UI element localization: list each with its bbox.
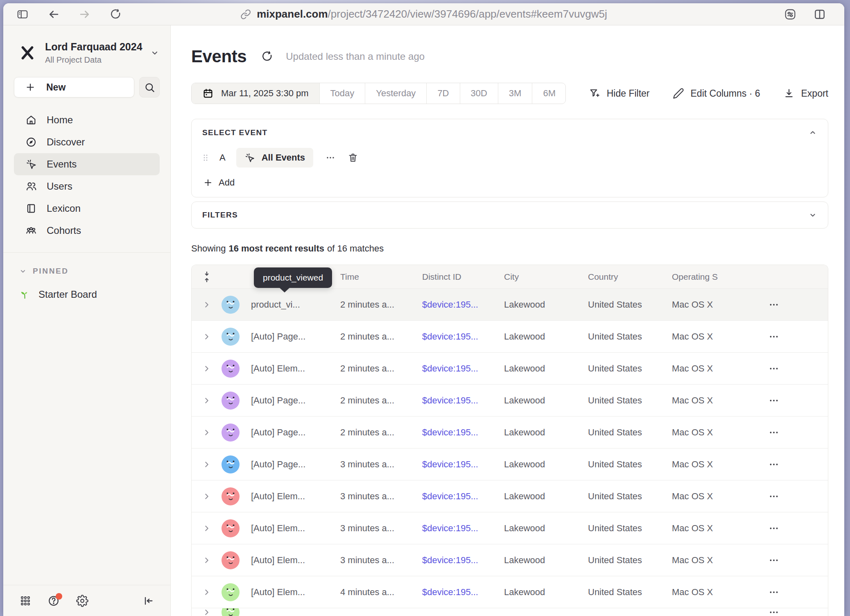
more-options-icon[interactable]: [324, 153, 337, 163]
split-view-icon[interactable]: [813, 8, 826, 21]
cell-event-name[interactable]: [Auto] Page...: [251, 395, 340, 406]
column-header-distinct-id[interactable]: Distinct ID: [422, 272, 504, 282]
hide-filter-button[interactable]: Hide Filter: [589, 88, 650, 99]
expand-row-icon[interactable]: [192, 332, 222, 341]
sidebar-item-users[interactable]: Users: [14, 175, 160, 197]
add-event-button[interactable]: Add: [203, 177, 235, 188]
reload-icon[interactable]: [110, 8, 122, 20]
refresh-icon[interactable]: [261, 50, 274, 63]
table-row[interactable]: [Auto] Elem... 4 minutes a... $device:19…: [192, 576, 828, 608]
cell-event-name[interactable]: product_vi...: [251, 299, 340, 310]
period-3m[interactable]: 3M: [498, 83, 532, 104]
gear-icon[interactable]: [76, 595, 88, 607]
event-selector-chip[interactable]: All Events: [236, 148, 313, 168]
row-menu-icon[interactable]: [769, 555, 779, 566]
cell-event-name[interactable]: [Auto] Page...: [251, 459, 340, 470]
cell-event-name[interactable]: [Auto] Page...: [251, 427, 340, 438]
table-row[interactable]: [Auto] Elem... 2 minutes a... $device:19…: [192, 352, 828, 384]
expand-row-icon[interactable]: [192, 460, 222, 469]
sidebar-item-lexicon[interactable]: Lexicon: [14, 197, 160, 220]
period-30d[interactable]: 30D: [460, 83, 498, 104]
cell-distinct-id[interactable]: $device:195...: [422, 299, 504, 310]
collapse-sidebar-icon[interactable]: [142, 595, 154, 607]
expand-row-icon[interactable]: [192, 364, 222, 373]
row-menu-icon[interactable]: [769, 427, 779, 438]
cell-event-name[interactable]: [Auto] Elem...: [251, 587, 340, 598]
row-menu-icon[interactable]: [769, 587, 779, 598]
row-menu-icon[interactable]: [769, 363, 779, 374]
row-menu-icon[interactable]: [769, 523, 779, 534]
table-row[interactable]: [Auto] Page... 3 minutes a... $device:19…: [192, 448, 828, 480]
export-button[interactable]: Export: [783, 88, 828, 99]
search-button[interactable]: [139, 77, 160, 97]
page-settings-icon[interactable]: [784, 8, 797, 21]
sidebar-item-home[interactable]: Home: [14, 109, 160, 131]
drag-handle-icon[interactable]: [202, 153, 209, 163]
sidebar-toggle-icon[interactable]: [16, 8, 29, 20]
cell-event-name[interactable]: [Auto] Elem...: [251, 555, 340, 566]
back-icon[interactable]: [47, 8, 60, 20]
period-6m[interactable]: 6M: [532, 83, 565, 104]
url-bar[interactable]: mixpanel.com/project/3472420/view/397469…: [240, 3, 607, 25]
expand-row-icon[interactable]: [192, 300, 222, 309]
apps-grid-icon[interactable]: [20, 595, 31, 607]
cell-distinct-id[interactable]: $device:195...: [422, 587, 504, 598]
expand-row-icon[interactable]: [192, 608, 222, 616]
sidebar-item-cohorts[interactable]: Cohorts: [14, 220, 160, 242]
table-row[interactable]: [Auto] Elem... 3 minutes a... $device:19…: [192, 544, 828, 576]
cell-distinct-id[interactable]: $device:195...: [422, 427, 504, 438]
filter-icon: [589, 88, 600, 99]
table-row[interactable]: [Auto] Page... 2 minutes a... $device:19…: [192, 320, 828, 352]
expand-row-icon[interactable]: [192, 524, 222, 533]
column-header-city[interactable]: City: [504, 272, 588, 282]
table-row[interactable]: [192, 608, 828, 616]
sidebar-item-starter-board[interactable]: Starter Board: [19, 289, 160, 300]
chevron-up-icon[interactable]: [808, 128, 817, 137]
pinned-section-toggle[interactable]: PINNED: [19, 267, 160, 276]
cell-distinct-id[interactable]: $device:195...: [422, 491, 504, 502]
table-row[interactable]: [Auto] Elem... 3 minutes a... $device:19…: [192, 512, 828, 544]
cell-distinct-id[interactable]: $device:195...: [422, 523, 504, 534]
cell-distinct-id[interactable]: $device:195...: [422, 395, 504, 406]
sidebar-item-discover[interactable]: Discover: [14, 131, 160, 153]
expand-row-icon[interactable]: [192, 556, 222, 565]
column-header-time[interactable]: Time: [340, 272, 422, 282]
project-switcher[interactable]: Lord Farquaad 2024 All Project Data: [3, 38, 170, 65]
row-menu-icon[interactable]: [769, 331, 779, 342]
edit-columns-button[interactable]: Edit Columns · 6: [673, 88, 760, 99]
expand-row-icon[interactable]: [192, 396, 222, 405]
cell-distinct-id[interactable]: $device:195...: [422, 459, 504, 470]
row-menu-icon[interactable]: [769, 459, 779, 470]
trash-icon[interactable]: [348, 152, 358, 163]
table-row[interactable]: [Auto] Page... 2 minutes a... $device:19…: [192, 416, 828, 448]
cell-distinct-id[interactable]: $device:195...: [422, 555, 504, 566]
row-menu-icon[interactable]: [769, 299, 779, 310]
new-button[interactable]: New: [14, 77, 134, 97]
column-header-country[interactable]: Country: [588, 272, 672, 282]
expand-row-icon[interactable]: [192, 428, 222, 437]
cell-distinct-id[interactable]: $device:195...: [422, 331, 504, 342]
row-menu-icon[interactable]: [769, 395, 779, 406]
collapse-all-icon[interactable]: [192, 271, 222, 283]
help-icon[interactable]: [47, 595, 60, 607]
period-today[interactable]: Today: [319, 83, 365, 104]
sidebar-item-events[interactable]: Events: [14, 153, 160, 175]
period-yesterday[interactable]: Yesterday: [365, 83, 426, 104]
expand-row-icon[interactable]: [192, 492, 222, 501]
date-button[interactable]: Mar 11, 2025 3:30 pm: [192, 83, 319, 104]
row-menu-icon[interactable]: [769, 491, 779, 502]
cell-event-name[interactable]: [Auto] Elem...: [251, 363, 340, 374]
cell-event-name[interactable]: [Auto] Elem...: [251, 491, 340, 502]
chevron-down-icon[interactable]: [808, 211, 817, 220]
table-row[interactable]: [Auto] Page... 2 minutes a... $device:19…: [192, 384, 828, 416]
table-row[interactable]: product_vi... 2 minutes a... $device:195…: [192, 288, 828, 320]
cell-event-name[interactable]: [Auto] Elem...: [251, 523, 340, 534]
cell-distinct-id[interactable]: $device:195...: [422, 363, 504, 374]
table-row[interactable]: [Auto] Elem... 3 minutes a... $device:19…: [192, 480, 828, 512]
period-7d[interactable]: 7D: [426, 83, 459, 104]
cell-event-name[interactable]: [Auto] Page...: [251, 331, 340, 342]
column-header-os[interactable]: Operating S: [672, 272, 754, 282]
forward-icon[interactable]: [79, 8, 91, 20]
row-menu-icon[interactable]: [769, 608, 779, 616]
expand-row-icon[interactable]: [192, 588, 222, 597]
